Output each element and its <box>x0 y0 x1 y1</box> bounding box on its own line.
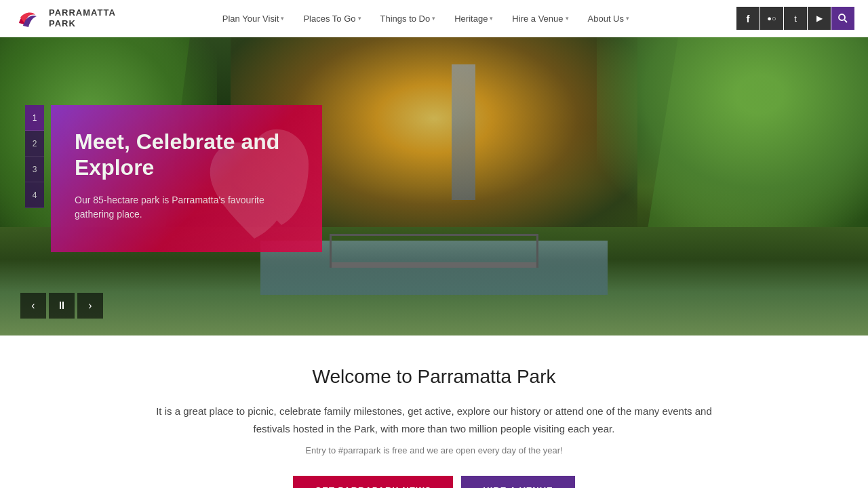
search-icon <box>837 13 848 24</box>
cta-buttons: GET PARRAPARK NEWS HIRE A VENUE <box>142 476 726 488</box>
logo-text: PARRAMATTA PARK <box>49 7 116 28</box>
building <box>452 64 475 200</box>
nav-arrow-icon: ▾ <box>432 15 435 22</box>
main-content: Welcome to Parramatta Park It is a great… <box>0 336 868 488</box>
prev-button[interactable]: ‹ <box>20 293 46 319</box>
welcome-title: Welcome to Parramatta Park <box>142 366 726 388</box>
nav-about-us[interactable]: About Us ▾ <box>578 0 639 37</box>
nav-arrow-icon: ▾ <box>566 15 569 22</box>
nav-arrow-icon: ▾ <box>358 15 361 22</box>
tree-overlay-right <box>597 37 868 227</box>
slide-panel: Meet, Celebrate and Explore Our 85-hecta… <box>51 105 322 252</box>
main-nav: Plan Your Visit ▾ Places To Go ▾ Things … <box>213 0 639 37</box>
site-header: PARRAMATTA PARK Plan Your Visit ▾ Places… <box>0 0 868 37</box>
nav-hire-a-venue[interactable]: Hire a Venue ▾ <box>502 0 578 37</box>
get-news-button[interactable]: GET PARRAPARK NEWS <box>293 476 453 488</box>
nav-arrow-icon: ▾ <box>281 15 284 22</box>
twitter-button[interactable]: t <box>784 7 807 30</box>
leaf-pattern <box>186 117 322 252</box>
slide-tabs: 1 2 3 4 <box>25 105 44 208</box>
slide-tab-3[interactable]: 3 <box>25 157 44 182</box>
search-button[interactable] <box>831 7 854 30</box>
nav-arrow-icon: ▾ <box>626 15 629 22</box>
slide-tab-4[interactable]: 4 <box>25 182 44 208</box>
youtube-button[interactable]: ▶ <box>808 7 831 30</box>
slide-tab-2[interactable]: 2 <box>25 131 44 157</box>
instagram-button[interactable]: ●○ <box>760 7 783 30</box>
nav-heritage[interactable]: Heritage ▾ <box>445 0 502 37</box>
social-icons: f ●○ t ▶ <box>736 7 854 30</box>
nav-plan-your-visit[interactable]: Plan Your Visit ▾ <box>213 0 294 37</box>
facebook-button[interactable]: f <box>736 7 760 30</box>
svg-point-1 <box>839 14 845 20</box>
bridge <box>330 234 538 268</box>
pause-button[interactable]: ⏸ <box>49 293 75 319</box>
nav-arrow-icon: ▾ <box>490 15 493 22</box>
logo[interactable]: PARRAMATTA PARK <box>14 4 116 33</box>
slider-controls: ‹ ⏸ › <box>20 293 103 319</box>
next-button[interactable]: › <box>77 293 103 319</box>
svg-line-2 <box>845 20 848 23</box>
slide-tab-1[interactable]: 1 <box>25 105 44 131</box>
nav-places-to-go[interactable]: Places To Go ▾ <box>294 0 370 37</box>
hire-venue-button[interactable]: HIRE A VENUE <box>461 476 575 488</box>
nav-things-to-do[interactable]: Things to Do ▾ <box>371 0 446 37</box>
hero-slider: 1 2 3 4 Meet, Celebrate and Explore Our … <box>0 37 868 336</box>
welcome-description: It is a great place to picnic, celebrate… <box>142 403 726 437</box>
logo-icon <box>14 4 42 33</box>
welcome-sub: Entry to #parrapark is free and we are o… <box>142 445 726 455</box>
